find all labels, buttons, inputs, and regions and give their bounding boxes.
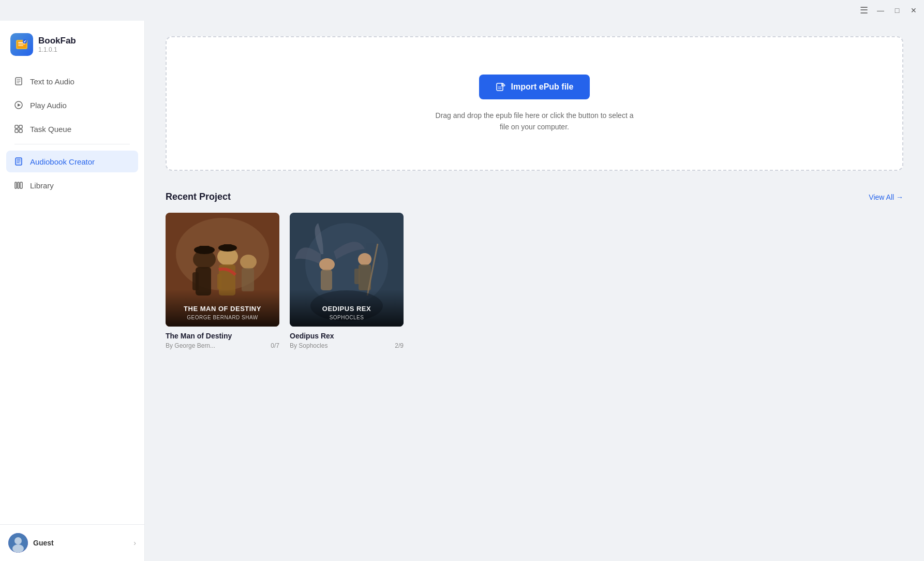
- nav-play-audio-label: Play Audio: [30, 101, 67, 110]
- svg-point-25: [14, 537, 22, 544]
- cover-author-2: SOPHOCLES: [296, 315, 397, 320]
- cover-overlay-1: THE MAN OF DESTINY GEORGE BERNARD SHAW: [166, 289, 279, 327]
- project-card-man-of-destiny[interactable]: THE MAN OF DESTINY GEORGE BERNARD SHAW T…: [166, 213, 279, 349]
- svg-rect-21: [15, 182, 17, 188]
- app-name: BookFab: [38, 36, 76, 46]
- svg-rect-15: [19, 129, 22, 132]
- play-circle-icon: [13, 100, 24, 110]
- sidebar-item-audiobook-creator[interactable]: Audiobook Creator: [6, 151, 138, 172]
- svg-marker-11: [18, 104, 21, 107]
- nav-audiobook-creator-label: Audiobook Creator: [30, 157, 95, 166]
- svg-rect-50: [354, 269, 360, 284]
- svg-point-42: [240, 255, 257, 269]
- app-logo: BookFab 1.1.0.1: [0, 21, 144, 70]
- logo-text: BookFab 1.1.0.1: [38, 36, 76, 53]
- svg-rect-41: [223, 244, 232, 250]
- title-bar: ☰ — □ ✕: [0, 0, 924, 21]
- svg-rect-47: [321, 270, 332, 290]
- import-button-label: Import ePub file: [511, 82, 574, 92]
- project-author-2: By Sophocles: [290, 342, 327, 349]
- close-button[interactable]: ✕: [910, 6, 918, 14]
- recent-header: Recent Project View All →: [166, 191, 903, 202]
- svg-rect-4: [18, 45, 23, 46]
- svg-rect-22: [18, 182, 19, 188]
- svg-rect-12: [15, 125, 18, 128]
- app-version: 1.1.0.1: [38, 46, 76, 53]
- user-profile[interactable]: Guest ›: [0, 524, 144, 561]
- svg-rect-39: [217, 274, 221, 289]
- nav-library-label: Library: [30, 181, 54, 190]
- project-progress-1: 0/7: [271, 342, 279, 349]
- book-icon: [13, 156, 24, 167]
- project-card-oedipus-rex[interactable]: OEDIPUS REX SOPHOCLES Oedipus Rex By Sop…: [290, 213, 404, 349]
- cover-man-of-destiny: THE MAN OF DESTINY GEORGE BERNARD SHAW: [166, 213, 279, 327]
- minimize-button[interactable]: —: [876, 6, 885, 14]
- maximize-button[interactable]: □: [893, 6, 901, 14]
- project-name-2: Oedipus Rex: [290, 332, 404, 340]
- logo-icon: [10, 33, 33, 56]
- project-grid: THE MAN OF DESTINY GEORGE BERNARD SHAW T…: [166, 213, 903, 349]
- avatar: [8, 533, 28, 553]
- cover-title-2: OEDIPUS REX: [296, 305, 397, 314]
- cover-oedipus-rex: OEDIPUS REX SOPHOCLES: [290, 213, 404, 327]
- library-icon: [13, 180, 24, 190]
- svg-rect-14: [15, 129, 18, 132]
- app-layout: BookFab 1.1.0.1 Text to Audio: [0, 21, 924, 561]
- import-icon: [496, 82, 506, 92]
- svg-rect-13: [19, 125, 22, 128]
- cover-title-1: THE MAN OF DESTINY: [172, 305, 273, 314]
- document-icon: [13, 76, 24, 86]
- window-controls: ☰ — □ ✕: [860, 6, 918, 14]
- sidebar-item-library[interactable]: Library: [6, 174, 138, 196]
- project-progress-2: 2/9: [395, 342, 404, 349]
- sidebar-item-text-to-audio[interactable]: Text to Audio: [6, 70, 138, 92]
- svg-rect-34: [192, 272, 199, 290]
- svg-rect-36: [199, 246, 210, 252]
- cover-author-1: GEORGE BERNARD SHAW: [172, 315, 273, 320]
- cover-overlay-2: OEDIPUS REX SOPHOCLES: [290, 289, 404, 327]
- recent-section: Recent Project View All →: [166, 191, 903, 545]
- chevron-right-icon: ›: [133, 539, 136, 547]
- sidebar-item-task-queue[interactable]: Task Queue: [6, 118, 138, 140]
- svg-rect-23: [20, 182, 22, 188]
- recent-title: Recent Project: [166, 191, 231, 202]
- view-all-link[interactable]: View All →: [869, 193, 903, 201]
- project-meta-1: By George Bern... 0/7: [166, 342, 279, 349]
- svg-point-48: [358, 253, 371, 265]
- svg-point-26: [12, 544, 24, 553]
- svg-rect-3: [18, 43, 25, 45]
- drop-zone[interactable]: Import ePub file Drag and drop the epub …: [166, 36, 903, 171]
- sidebar-divider: [14, 144, 130, 144]
- svg-rect-43: [242, 268, 254, 291]
- user-name: Guest: [33, 539, 54, 547]
- svg-point-46: [319, 258, 335, 271]
- menu-button[interactable]: ☰: [860, 6, 868, 14]
- drop-hint-text: Drag and drop the epub file here or clic…: [431, 110, 638, 133]
- svg-rect-16: [16, 158, 22, 165]
- grid-icon: [13, 124, 24, 134]
- import-epub-button[interactable]: Import ePub file: [479, 75, 590, 99]
- main-content: Import ePub file Drag and drop the epub …: [145, 21, 924, 561]
- sidebar-item-play-audio[interactable]: Play Audio: [6, 94, 138, 116]
- nav-text-to-audio-label: Text to Audio: [30, 77, 74, 86]
- user-info: Guest: [8, 533, 54, 553]
- sidebar: BookFab 1.1.0.1 Text to Audio: [0, 21, 145, 561]
- project-author-1: By George Bern...: [166, 342, 215, 349]
- nav-task-queue-label: Task Queue: [30, 125, 71, 134]
- project-meta-2: By Sophocles 2/9: [290, 342, 404, 349]
- sidebar-nav: Text to Audio Play Audio: [0, 70, 144, 524]
- project-name-1: The Man of Destiny: [166, 332, 279, 340]
